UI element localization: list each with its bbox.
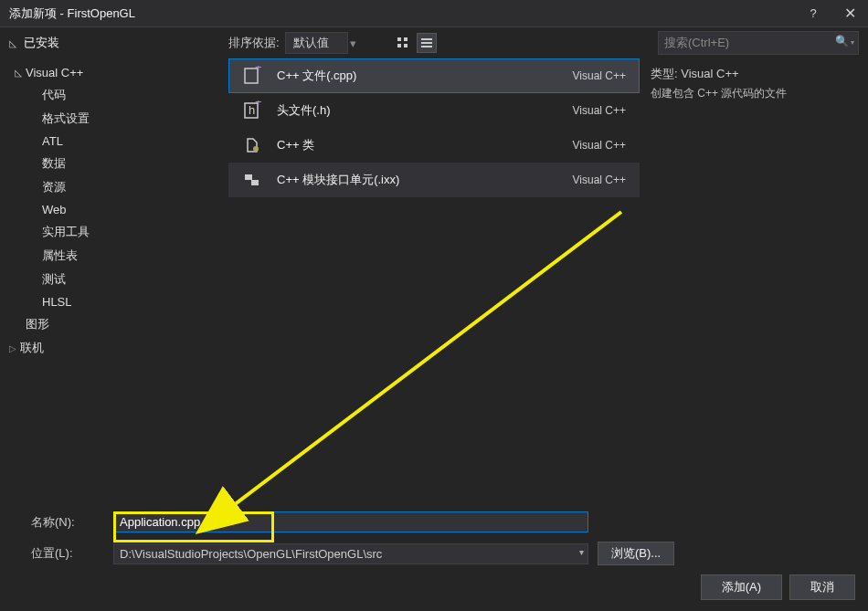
detail-type-value: Visual C++ [681,67,738,80]
add-button[interactable]: 添加(A) [701,574,782,600]
chevron-down-icon[interactable]: ▾ [350,37,356,50]
svg-rect-6 [421,46,432,47]
window-title: 添加新项 - FirstOpenGL [9,5,135,22]
sidebar-item-online[interactable]: 联机 [9,336,228,360]
header-file-icon: h++ [242,100,262,121]
svg-text:++: ++ [255,66,262,74]
sort-dropdown[interactable]: 默认值 [285,32,348,54]
sidebar-item-propsheet[interactable]: 属性表 [9,244,228,268]
detail-type-label: 类型: [651,67,678,80]
cpp-file-icon: ++ [242,66,262,86]
toolbar: 已安装 排序依据: 默认值 ▾ 搜索(Ctrl+E) 🔍 [0,27,868,58]
help-button[interactable]: ? [795,6,831,20]
sidebar-item-vcpp[interactable]: Visual C++ [9,62,228,83]
sort-value: 默认值 [293,36,329,49]
list-icon [420,37,433,49]
grid-icon [397,37,409,49]
svg-rect-14 [245,174,252,180]
location-input[interactable]: D:\VisualStudioProjects\OpenGL\FirstOpen… [113,543,588,564]
template-item-header[interactable]: h++ 头文件(.h) Visual C++ [228,93,640,128]
svg-rect-4 [421,38,432,40]
svg-rect-3 [404,44,408,47]
template-list: ++ C++ 文件(.cpp) Visual C++ h++ 头文件(.h) V… [228,58,640,515]
svg-rect-5 [421,42,432,44]
name-label: 名称(N): [13,514,113,531]
chevron-down-icon[interactable]: ▾ [579,547,584,557]
view-list-button[interactable] [417,33,437,53]
bottom-panel: 名称(N): 位置(L): D:\VisualStudioProjects\Op… [0,502,868,611]
svg-rect-15 [251,180,259,185]
template-item-class[interactable]: C++ 类 Visual C++ [228,128,640,163]
sidebar-item-test[interactable]: 测试 [9,268,228,291]
svg-point-13 [253,146,259,152]
svg-text:++: ++ [255,100,262,109]
class-icon [242,135,262,155]
cancel-button[interactable]: 取消 [789,574,855,600]
search-input[interactable]: 搜索(Ctrl+E) 🔍 [658,31,859,55]
sidebar-item-hlsl[interactable]: HLSL [9,291,228,312]
sort-label: 排序依据: [228,35,280,51]
module-icon [242,170,262,190]
sidebar-item-resource[interactable]: 资源 [9,175,228,199]
sidebar-item-utility[interactable]: 实用工具 [9,220,228,244]
close-button[interactable]: ✕ [831,5,868,22]
titlebar: 添加新项 - FirstOpenGL ? ✕ [0,0,868,27]
template-item-cpp[interactable]: ++ C++ 文件(.cpp) Visual C++ [228,58,640,93]
browse-button[interactable]: 浏览(B)... [598,542,674,565]
sidebar-item-web[interactable]: Web [9,199,228,220]
sidebar-item-code[interactable]: 代码 [9,83,228,107]
sidebar-header-installed[interactable]: 已安装 [24,35,59,51]
svg-rect-0 [397,37,401,41]
sidebar-item-atl[interactable]: ATL [9,131,228,152]
sidebar: Visual C++ 代码 格式设置 ATL 数据 资源 Web 实用工具 属性… [0,58,228,515]
search-icon[interactable]: 🔍 [835,35,854,47]
svg-rect-2 [397,44,401,47]
svg-rect-1 [404,37,408,41]
view-grid-button[interactable] [393,33,413,53]
detail-description: 创建包含 C++ 源代码的文件 [651,86,857,101]
location-label: 位置(L): [13,545,113,562]
search-placeholder: 搜索(Ctrl+E) [664,36,729,49]
sidebar-item-data[interactable]: 数据 [9,152,228,175]
template-item-module[interactable]: C++ 模块接口单元(.ixx) Visual C++ [228,163,640,197]
name-input[interactable] [113,511,588,532]
sidebar-item-format[interactable]: 格式设置 [9,107,228,131]
detail-panel: 类型: Visual C++ 创建包含 C++ 源代码的文件 [640,58,868,515]
sidebar-item-graphics[interactable]: 图形 [9,312,228,336]
